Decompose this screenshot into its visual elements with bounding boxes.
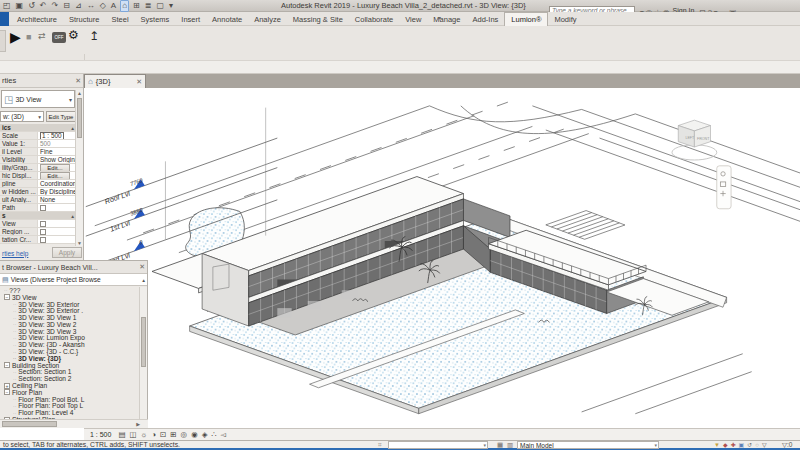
close-hidden-windows-icon[interactable]: ▢: [155, 1, 165, 11]
tab-massing-site[interactable]: Massing & Site: [287, 13, 349, 26]
tab-manage[interactable]: Manage: [427, 13, 466, 26]
switch-windows-icon[interactable]: ▾: [168, 1, 174, 11]
press-drag-icon[interactable]: ▣: [739, 441, 745, 448]
design-options-icon: ▦: [497, 441, 503, 449]
livesync-refresh[interactable]: ⇄: [38, 31, 46, 41]
3d-scene[interactable]: 7760Roof Lvl38801st Lvl0Ground Lvl LEFT …: [84, 88, 800, 428]
shadows-icon[interactable]: ◑: [151, 430, 156, 440]
text-note-icon[interactable]: A: [110, 1, 117, 11]
selection-filter[interactable]: ▽:0: [782, 441, 792, 449]
tab-steel[interactable]: Steel: [105, 13, 134, 26]
close-view-icon[interactable]: ✕: [136, 78, 142, 86]
scroll-down-icon[interactable]: ▼: [76, 240, 83, 246]
3d-view-canvas[interactable]: 7760Roof Lvl38801st Lvl0Ground Lvl LEFT …: [84, 88, 800, 428]
property-row[interactable]: Scale1 : 500: [0, 132, 76, 140]
reveal-hidden-icon[interactable]: ◉: [191, 430, 198, 440]
properties-scrollbar[interactable]: ▲ ▼: [75, 90, 83, 246]
crop-view-icon[interactable]: ⊡: [160, 430, 166, 440]
property-row[interactable]: s▴: [0, 212, 76, 220]
thin-lines-icon[interactable]: ≣: [144, 1, 153, 11]
ribbon-display-toggle[interactable]: ▾: [438, 14, 441, 21]
properties-panel: rties ✕ ◳ 3D View ▾ w: (3D) ▾ Edit Type …: [0, 74, 84, 260]
worksharing-display-icon[interactable]: ◆: [723, 441, 728, 448]
scroll-up-icon[interactable]: ▲: [76, 90, 83, 96]
redo-icon[interactable]: ↷: [51, 1, 60, 11]
property-row[interactable]: ics▴: [0, 124, 76, 132]
tab-analyze[interactable]: Analyze: [248, 13, 287, 26]
tab-add-ins[interactable]: Add-Ins: [466, 13, 504, 26]
drag-elements-icon[interactable]: ○: [755, 442, 759, 448]
visual-style-icon[interactable]: ◫: [130, 430, 137, 440]
cropped-ribbon-button[interactable]: [0, 30, 6, 52]
property-row[interactable]: ility/Grap...Edit...: [0, 164, 76, 172]
analytical-model-icon[interactable]: ∴: [211, 430, 216, 440]
section-icon[interactable]: ⊞: [132, 1, 141, 11]
view-instance-combo[interactable]: w: (3D) ▾: [0, 111, 44, 122]
apply-button[interactable]: Apply: [52, 247, 82, 258]
tab-collaborate[interactable]: Collaborate: [349, 13, 399, 26]
status-bar: to select, TAB for alternates, CTRL adds…: [0, 440, 800, 448]
3d-view-icon: ⌂: [88, 77, 93, 86]
browser-hscrollbar[interactable]: ▶: [0, 419, 148, 428]
property-row[interactable]: ult Analy...None: [0, 196, 76, 204]
stop-button[interactable]: ■: [26, 32, 31, 42]
close-browser-icon[interactable]: ✕: [139, 263, 145, 271]
measure-icon[interactable]: ⊿: [74, 1, 83, 11]
tab-view[interactable]: View: [399, 13, 427, 26]
aligned-dimension-icon[interactable]: ↔: [86, 1, 96, 11]
show-crop-icon[interactable]: ⊞: [170, 430, 176, 440]
property-row[interactable]: plineCoordination: [0, 180, 76, 188]
type-selector[interactable]: ◳ 3D View ▾: [1, 90, 75, 108]
property-row[interactable]: Path: [0, 204, 76, 212]
scroll-right-icon[interactable]: ▶: [136, 421, 140, 427]
worksets-combo[interactable]: ▾: [388, 441, 488, 449]
edit-type-button[interactable]: Edit Type: [46, 111, 76, 122]
open-file-icon[interactable]: ◰: [2, 1, 12, 11]
close-properties-icon[interactable]: ✕: [75, 77, 81, 85]
print-icon[interactable]: ⊟: [62, 1, 71, 11]
play-button[interactable]: ▶: [10, 29, 21, 45]
editable-only-filter-icon[interactable]: ▼: [714, 442, 720, 448]
property-row[interactable]: il LevelFine: [0, 148, 76, 156]
title-bar: ◰▣↺↶↷⊟⊿↔◇A⌂⊞≣▢▾ Autodesk Revit 2019 - Lu…: [0, 0, 800, 12]
design-options-combo[interactable]: Main Model▾: [517, 441, 659, 449]
tab-insert[interactable]: Insert: [175, 13, 206, 26]
navigation-bar[interactable]: [717, 166, 731, 209]
exclude-options-icon[interactable]: ✚: [731, 441, 736, 448]
file-tab[interactable]: [0, 12, 9, 26]
tab-architecture[interactable]: Architecture: [11, 13, 63, 26]
tag-by-category-icon[interactable]: ◇: [99, 1, 107, 11]
sun-path-icon[interactable]: ☼: [141, 430, 148, 440]
tab-annotate[interactable]: Annotate: [206, 13, 248, 26]
property-row[interactable]: hic Displ...Edit...: [0, 172, 76, 180]
browser-vscrollbar[interactable]: [139, 287, 147, 419]
property-row[interactable]: w Hidden ...By Discipline: [0, 188, 76, 196]
default-3d-view-icon[interactable]: ⌂: [120, 0, 129, 12]
properties-title: rties: [2, 76, 16, 85]
displacement-icon[interactable]: ◅: [220, 430, 226, 440]
livesync-off-toggle[interactable]: OFF: [52, 32, 66, 43]
tab-modify[interactable]: Modify: [548, 13, 582, 26]
settings-gear-button[interactable]: ⚙: [68, 28, 79, 42]
tab-structure[interactable]: Structure: [63, 13, 105, 26]
property-row[interactable]: View: [0, 220, 76, 228]
properties-help-link[interactable]: rties help: [0, 250, 28, 257]
view-scale-control[interactable]: 1 : 500: [87, 430, 114, 439]
export-button[interactable]: ↥: [89, 29, 99, 43]
temporary-view-properties-icon[interactable]: ◈: [202, 430, 208, 440]
tab-systems[interactable]: Systems: [135, 13, 176, 26]
detail-level-icon[interactable]: ▤: [118, 430, 125, 440]
temporary-hide-icon[interactable]: ◎: [181, 430, 188, 440]
tab-lumion-[interactable]: Lumion®: [504, 12, 548, 26]
save-icon[interactable]: ▣: [15, 1, 25, 11]
reverse-selection-icon[interactable]: ↺: [747, 441, 752, 448]
browser-views-node[interactable]: ▤ Views (Diverse Project Browse ▴: [0, 274, 147, 286]
property-row[interactable]: Region ...: [0, 228, 76, 236]
property-row[interactable]: Value 1:500: [0, 140, 76, 148]
sync-with-central-icon[interactable]: ↺: [27, 1, 36, 11]
view-tab-3d[interactable]: ⌂ {3D} ✕: [84, 74, 146, 88]
undo-icon[interactable]: ↶: [39, 1, 48, 11]
selection-filter-icon[interactable]: ▽: [762, 441, 767, 448]
property-row[interactable]: tation Cr...: [0, 236, 76, 244]
property-row[interactable]: VisibilityShow Original: [0, 156, 76, 164]
